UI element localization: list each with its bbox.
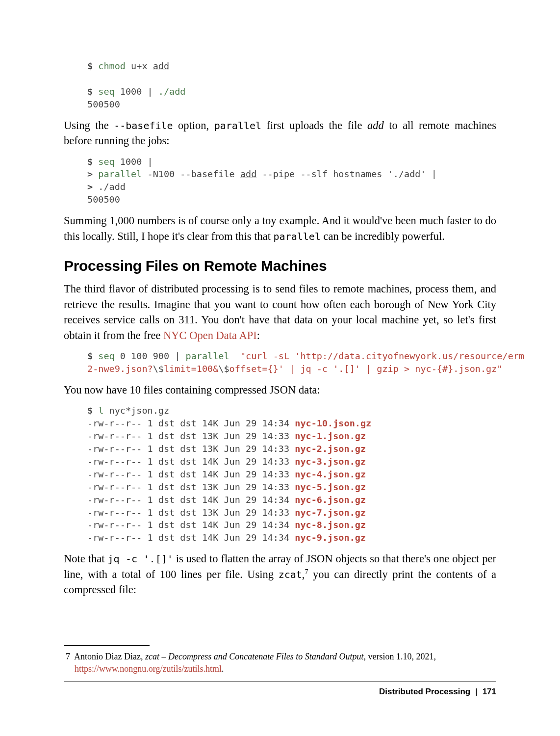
paragraph: Summing 1,000 numbers is of course only … [64,213,496,244]
filename: nyc-4.json.gz [295,469,366,479]
filename: nyc-10.json.gz [295,418,371,428]
table-row: -rw-r--r-- 1 dst dst 13K Jun 29 14:33 ny… [87,431,366,441]
output: 500500 [87,194,120,205]
filename: nyc-5.json.gz [295,482,366,492]
footer-rule [64,682,496,682]
filename: nyc-9.json.gz [295,532,366,543]
command: seq [98,351,114,361]
args: 1000 | [115,86,158,97]
filename: nyc-3.json.gz [295,456,366,467]
command: ./add [158,86,186,97]
args: ./add [93,182,126,192]
section-name: Distributed Processing [379,687,470,696]
arg-underlined: add [240,169,256,179]
inline-code: parallel [274,231,321,242]
italic-term: add [367,119,384,131]
paragraph: Using the --basefile option, parallel fi… [64,118,496,149]
table-row: -rw-r--r-- 1 dst dst 14K Jun 29 14:33 ny… [87,469,366,479]
inline-code: jq -c '.[]' [108,553,173,565]
code-block-curl: $ seq 0 100 900 | parallel "curl -sL 'ht… [87,350,496,375]
table-row: -rw-r--r-- 1 dst dst 14K Jun 29 14:34 ny… [87,495,366,505]
table-row: -rw-r--r-- 1 dst dst 14K Jun 29 14:33 ny… [87,456,366,467]
filename: nyc-6.json.gz [295,495,366,505]
prompt: $ [87,61,93,71]
paragraph: Note that jq -c '.[]' is used to flatten… [64,551,496,598]
table-row: -rw-r--r-- 1 dst dst 14K Jun 29 14:34 ny… [87,532,366,543]
code-block-ls: $ l nyc*json.gz -rw-r--r-- 1 dst dst 14K… [87,404,496,544]
separator: | [475,687,477,696]
command: l [98,405,103,416]
code-block-chmod-seq: $ chmod u+x add $ seq 1000 | ./add 50050… [87,60,496,111]
page-footer: 7 Antonio Diaz Diaz, zcat – Decompress a… [64,645,496,697]
string-literal: limit=100& [164,364,218,374]
command: chmod [98,61,126,71]
filename: nyc-2.json.gz [295,444,366,454]
table-row: -rw-r--r-- 1 dst dst 13K Jun 29 14:33 ny… [87,507,366,518]
arg-underlined: add [153,61,169,71]
footnote-link[interactable]: https://www.nongnu.org/zutils/zutils.htm… [75,664,222,674]
footnote-rule [64,645,150,646]
prompt: $ [87,157,93,167]
command: parallel [98,169,142,179]
table-row: -rw-r--r-- 1 dst dst 13K Jun 29 14:33 ny… [87,444,366,454]
inline-code: parallel [214,120,261,131]
args: 1000 | [115,157,153,167]
running-footer: Distributed Processing|171 [64,687,496,697]
command: parallel [186,351,229,361]
filename: nyc-7.json.gz [295,507,366,518]
page-number: 171 [483,687,496,696]
escape: \$ [153,364,164,374]
escape: \$ [218,364,229,374]
continuation-prompt: > [87,169,93,179]
prompt: $ [87,86,93,97]
external-link[interactable]: NYC Open Data API [163,329,257,342]
footnote: 7 Antonio Diaz Diaz, zcat – Decompress a… [64,651,496,675]
section-heading: Processing Files on Remote Machines [64,258,496,274]
code-block-parallel: $ seq 1000 | > parallel -N100 --basefile… [87,156,496,207]
filename: nyc-8.json.gz [295,520,366,530]
prompt: $ [87,405,93,416]
inline-code: --basefile [114,120,173,131]
string-literal: offset={}' | jq -c '.[]' | gzip > nyc-{#… [229,364,503,374]
page: $ chmod u+x add $ seq 1000 | ./add 50050… [0,0,560,736]
args: nyc*json.gz [103,405,169,416]
paragraph: You now have 10 files containing compres… [64,382,496,398]
args: u+x [126,61,153,71]
string-literal: "curl -sL 'http://data.cityofnewyork.us/… [240,351,524,361]
command: seq [98,157,114,167]
continuation-prompt: > [87,182,93,192]
output: 500500 [87,99,120,109]
paragraph: The third flavor of distributed processi… [64,281,496,343]
footnote-number: 7 [66,652,70,661]
table-row: -rw-r--r-- 1 dst dst 14K Jun 29 14:34 ny… [87,418,371,428]
table-row: -rw-r--r-- 1 dst dst 13K Jun 29 14:33 ny… [87,482,366,492]
args: 0 100 900 | [115,351,186,361]
filename: nyc-1.json.gz [295,431,366,441]
prompt: $ [87,351,93,361]
inline-code: zcat [279,569,302,580]
string-literal: 2-nwe9.json? [87,364,153,374]
args: -N100 --basefile [142,169,240,179]
footnote-title: zcat – Decompress and Concatenate Files … [145,652,364,661]
table-row: -rw-r--r-- 1 dst dst 14K Jun 29 14:34 ny… [87,520,366,530]
args: --pipe --slf hostnames './add' | [256,169,437,179]
command: seq [98,86,114,97]
